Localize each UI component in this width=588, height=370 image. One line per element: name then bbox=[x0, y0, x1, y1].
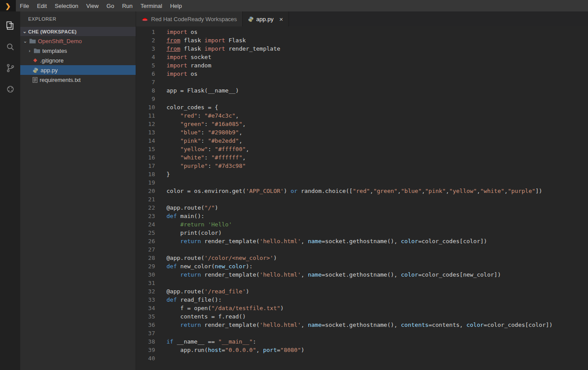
close-tab-icon[interactable]: × bbox=[279, 16, 283, 22]
code-text: @app.route('/read_file') bbox=[166, 287, 249, 296]
code-line[interactable]: 29def new_color(new_color): bbox=[136, 262, 588, 270]
menu-terminal[interactable]: Terminal bbox=[137, 3, 166, 9]
code-line[interactable]: 12 "green": "#16a085", bbox=[136, 120, 588, 128]
code-text: color = os.environ.get('APP_COLOR') or r… bbox=[166, 187, 542, 195]
code-line[interactable]: 23def main(): bbox=[136, 212, 588, 220]
source-control-icon[interactable] bbox=[0, 57, 20, 78]
code-line[interactable]: 36 return render_template('hello.html', … bbox=[136, 321, 588, 329]
line-number: 38 bbox=[136, 337, 155, 346]
search-icon[interactable] bbox=[0, 36, 20, 57]
tree-item-label: requirements.txt bbox=[40, 77, 81, 83]
code-line[interactable]: 8app = Flask(__name__) bbox=[136, 86, 588, 95]
tab-app-py[interactable]: app.py× bbox=[243, 11, 289, 26]
code-line[interactable]: 28@app.route('/color/<new_color>') bbox=[136, 254, 588, 262]
line-number: 32 bbox=[136, 287, 155, 296]
code-line[interactable]: 20color = os.environ.get('APP_COLOR') or… bbox=[136, 187, 588, 195]
code-line[interactable]: 19 bbox=[136, 178, 588, 187]
code-line[interactable]: 6import os bbox=[136, 70, 588, 78]
code-text: if __name__ == "__main__": bbox=[166, 337, 256, 346]
editor-group: Red Hat CodeReady Workspacesapp.py× 1imp… bbox=[136, 11, 588, 370]
line-number: 2 bbox=[136, 36, 155, 44]
code-editor[interactable]: 1import os2from flask import Flask3from … bbox=[136, 26, 588, 370]
code-line[interactable]: 17 "purple": "#7d3c98" bbox=[136, 162, 588, 170]
explorer-sidebar: EXPLORER ⌄ CHE (WORKSPACE) ⌄OpenShift_De… bbox=[20, 11, 136, 370]
code-text: from flask import Flask bbox=[166, 36, 246, 44]
code-line[interactable]: 40 bbox=[136, 354, 588, 363]
logo-arrow-icon: ❯ bbox=[5, 3, 11, 9]
code-text: @app.route('/color/<new_color>') bbox=[166, 254, 277, 262]
code-line[interactable]: 5import random bbox=[136, 61, 588, 70]
app-logo[interactable]: ❯ bbox=[0, 0, 16, 11]
code-line[interactable]: 16 "white": "#ffffff", bbox=[136, 153, 588, 162]
code-line[interactable]: 2from flask import Flask bbox=[136, 36, 588, 44]
tree-item-openshift-demo[interactable]: ⌄OpenShift_Demo bbox=[20, 36, 136, 46]
explorer-icon[interactable] bbox=[0, 15, 20, 36]
workspace-section-header[interactable]: ⌄ CHE (WORKSPACE) bbox=[20, 27, 136, 36]
menu-edit[interactable]: Edit bbox=[33, 3, 51, 9]
code-text: "red": "#e74c3c", bbox=[166, 111, 239, 120]
code-line[interactable]: 3from flask import render_template bbox=[136, 44, 588, 53]
git-file-icon bbox=[33, 58, 38, 63]
code-text: def main(): bbox=[166, 212, 204, 220]
line-number: 27 bbox=[136, 245, 155, 254]
line-number: 37 bbox=[136, 329, 155, 337]
menu-selection[interactable]: Selection bbox=[51, 3, 82, 9]
line-number: 34 bbox=[136, 304, 155, 312]
line-number: 26 bbox=[136, 237, 155, 245]
plugins-icon[interactable] bbox=[0, 78, 20, 100]
tab-red-hat-codeready-workspaces[interactable]: Red Hat CodeReady Workspaces bbox=[136, 11, 243, 26]
code-text: return render_template('hello.html', nam… bbox=[166, 237, 487, 245]
code-line[interactable]: 30 return render_template('hello.html', … bbox=[136, 270, 588, 279]
code-line[interactable]: 38if __name__ == "__main__": bbox=[136, 337, 588, 346]
code-line[interactable]: 32@app.route('/read_file') bbox=[136, 287, 588, 296]
code-line[interactable]: 18} bbox=[136, 170, 588, 178]
tab-label: app.py bbox=[256, 16, 274, 22]
line-number: 8 bbox=[136, 86, 155, 95]
code-line[interactable]: 26 return render_template('hello.html', … bbox=[136, 237, 588, 245]
tree-item-templates[interactable]: ›templates bbox=[20, 46, 136, 56]
menu-run[interactable]: Run bbox=[118, 3, 137, 9]
workspace-label: CHE (WORKSPACE) bbox=[28, 29, 77, 34]
code-line[interactable]: 21 bbox=[136, 195, 588, 204]
menu-file[interactable]: File bbox=[16, 3, 33, 9]
menu-help[interactable]: Help bbox=[166, 3, 186, 9]
line-number: 35 bbox=[136, 312, 155, 321]
menu-go[interactable]: Go bbox=[103, 3, 118, 9]
code-line[interactable]: 35 contents = f.read() bbox=[136, 312, 588, 321]
code-text: "pink": "#be2edd", bbox=[166, 137, 242, 145]
code-line[interactable]: 33def read_file(): bbox=[136, 296, 588, 304]
code-line[interactable]: 10color_codes = { bbox=[136, 103, 588, 111]
code-line[interactable]: 14 "pink": "#be2edd", bbox=[136, 137, 588, 145]
python-icon bbox=[248, 16, 254, 22]
code-line[interactable]: 37 bbox=[136, 329, 588, 337]
line-number: 28 bbox=[136, 254, 155, 262]
chevron-right-icon: › bbox=[27, 48, 32, 53]
menu-view[interactable]: View bbox=[82, 3, 103, 9]
line-number: 31 bbox=[136, 279, 155, 287]
code-line[interactable]: 31 bbox=[136, 279, 588, 287]
folder-file-icon bbox=[34, 48, 40, 53]
code-line[interactable]: 34 f = open("/data/testfile.txt") bbox=[136, 304, 588, 312]
line-number: 15 bbox=[136, 145, 155, 153]
code-line[interactable]: 9 bbox=[136, 95, 588, 103]
code-text: "green": "#16a085", bbox=[166, 120, 246, 128]
tree-item-app-py[interactable]: app.py bbox=[20, 65, 136, 75]
tree-item--gitignore[interactable]: .gitignore bbox=[20, 56, 136, 65]
code-line[interactable]: 4import socket bbox=[136, 53, 588, 61]
code-line[interactable]: 1import os bbox=[136, 28, 588, 36]
line-number: 29 bbox=[136, 262, 155, 270]
code-line[interactable]: 7 bbox=[136, 78, 588, 86]
code-line[interactable]: 27 bbox=[136, 245, 588, 254]
code-line[interactable]: 24 #return 'Hello' bbox=[136, 220, 588, 229]
line-number: 12 bbox=[136, 120, 155, 128]
code-line[interactable]: 25 print(color) bbox=[136, 229, 588, 237]
code-line[interactable]: 39 app.run(host="0.0.0.0", port="8080") bbox=[136, 346, 588, 354]
code-text: import os bbox=[166, 70, 197, 78]
code-line[interactable]: 11 "red": "#e74c3c", bbox=[136, 111, 588, 120]
line-number: 7 bbox=[136, 78, 155, 86]
code-line[interactable]: 13 "blue": "#2980b9", bbox=[136, 128, 588, 137]
line-number: 6 bbox=[136, 70, 155, 78]
code-line[interactable]: 15 "yellow": "#ffff00", bbox=[136, 145, 588, 153]
code-line[interactable]: 22@app.route("/") bbox=[136, 204, 588, 212]
tree-item-requirements-txt[interactable]: requirements.txt bbox=[20, 75, 136, 85]
